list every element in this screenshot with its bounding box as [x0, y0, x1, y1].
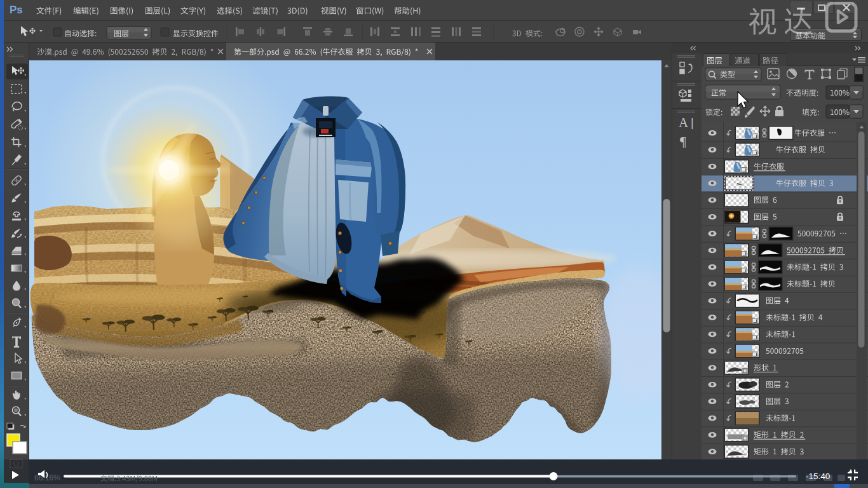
svg-text:A: A [679, 115, 689, 130]
svg-text:-15:40: -15:40 [806, 471, 830, 481]
svg-text:¶: ¶ [680, 133, 686, 149]
svg-text:|: | [691, 116, 694, 129]
